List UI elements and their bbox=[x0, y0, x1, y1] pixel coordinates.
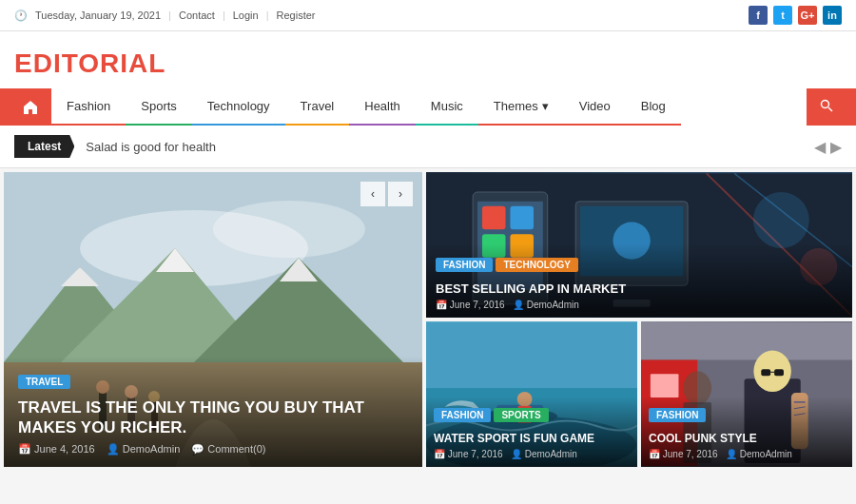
right-column: FASHION TECHNOLOGY BEST SELLING APP IN M… bbox=[426, 172, 852, 467]
nav-blog[interactable]: Blog bbox=[626, 88, 681, 126]
topbar: 🕐 Tuesday, January 19, 2021 | Contact | … bbox=[0, 0, 856, 31]
main-feature-card[interactable]: ‹ › TRAVEL TRAVEL IS THE ONLY THING YOU … bbox=[4, 172, 422, 467]
login-link[interactable]: Login bbox=[233, 10, 259, 21]
clock-icon: 🕐 bbox=[14, 10, 28, 22]
nav-fashion[interactable]: Fashion bbox=[51, 88, 126, 126]
top-right-card[interactable]: FASHION TECHNOLOGY BEST SELLING APP IN M… bbox=[426, 172, 852, 318]
main-card-overlay: TRAVEL TRAVEL IS THE ONLY THING YOU BUY … bbox=[4, 356, 422, 467]
bottom-cards-row: FASHION SPORTS WATER SPORT IS FUN GAME 📅… bbox=[426, 321, 852, 467]
social-links: f t G+ in bbox=[749, 6, 842, 25]
card-prev-btn[interactable]: ‹ bbox=[360, 182, 385, 206]
top-right-card-title: BEST SELLING APP IN MARKET bbox=[436, 281, 843, 296]
main-card-tags: TRAVEL bbox=[18, 375, 408, 395]
latest-prev[interactable]: ◀ bbox=[814, 138, 826, 156]
svg-rect-21 bbox=[482, 206, 506, 230]
svg-line-1 bbox=[828, 107, 832, 111]
navbar: Fashion Sports Technology Travel Health … bbox=[0, 88, 856, 126]
linkedin-icon[interactable]: in bbox=[823, 6, 842, 25]
top-right-tag-tech: TECHNOLOGY bbox=[496, 258, 578, 272]
top-right-card-meta: 📅 June 7, 2016 👤 DemoAdmin bbox=[436, 300, 843, 310]
latest-bar: Latest Salad is good for health ◀ ▶ bbox=[0, 126, 856, 168]
svg-point-45 bbox=[753, 351, 790, 392]
logo-part1: EDIT bbox=[14, 48, 78, 78]
main-card-comment: 💬 Comment(0) bbox=[191, 443, 265, 456]
bottom-right-card-meta: 📅 June 7, 2016 👤 DemoAdmin bbox=[649, 449, 845, 459]
logo-area: EDITORIAL bbox=[0, 31, 856, 88]
nav-health[interactable]: Health bbox=[349, 88, 416, 126]
logo-part2: ORIAL bbox=[78, 48, 165, 78]
latest-text: Salad is good for health bbox=[86, 140, 814, 154]
latest-navigation: ◀ ▶ bbox=[814, 138, 842, 156]
content-area: ‹ › TRAVEL TRAVEL IS THE ONLY THING YOU … bbox=[0, 168, 856, 471]
nav-sports[interactable]: Sports bbox=[126, 88, 192, 126]
main-card-author: 👤 DemoAdmin bbox=[107, 443, 181, 456]
bottom-right-tag-fashion: FASHION bbox=[649, 408, 706, 422]
svg-rect-39 bbox=[426, 322, 637, 388]
svg-rect-43 bbox=[651, 374, 679, 397]
main-card-date: 📅 June 4, 2016 bbox=[18, 443, 95, 456]
svg-point-4 bbox=[213, 201, 365, 258]
bottom-left-card-overlay: FASHION SPORTS WATER SPORT IS FUN GAME 📅… bbox=[426, 397, 637, 467]
svg-rect-46 bbox=[761, 369, 770, 376]
bottom-left-card-meta: 📅 June 7, 2016 👤 DemoAdmin bbox=[434, 449, 630, 459]
home-button[interactable] bbox=[10, 90, 51, 125]
twitter-icon[interactable]: t bbox=[773, 6, 792, 25]
bottom-left-tags: FASHION SPORTS bbox=[434, 408, 630, 428]
bottom-left-card-title: WATER SPORT IS FUN GAME bbox=[434, 432, 630, 445]
search-button[interactable] bbox=[807, 89, 846, 125]
card-next-btn[interactable]: › bbox=[388, 182, 413, 206]
topbar-date: Tuesday, January 19, 2021 bbox=[35, 10, 161, 21]
svg-rect-22 bbox=[510, 206, 534, 230]
register-link[interactable]: Register bbox=[277, 10, 316, 21]
nav-links: Fashion Sports Technology Travel Health … bbox=[51, 88, 807, 126]
top-right-card-overlay: FASHION TECHNOLOGY BEST SELLING APP IN M… bbox=[426, 243, 852, 318]
top-right-card-tags: FASHION TECHNOLOGY bbox=[436, 258, 843, 278]
bottom-left-tag-fashion: FASHION bbox=[434, 408, 491, 422]
card-nav-buttons: ‹ › bbox=[360, 182, 413, 206]
googleplus-icon[interactable]: G+ bbox=[798, 6, 817, 25]
topbar-left: 🕐 Tuesday, January 19, 2021 | Contact | … bbox=[14, 10, 315, 22]
main-card-meta: 📅 June 4, 2016 👤 DemoAdmin 💬 Comment(0) bbox=[18, 443, 408, 456]
nav-technology[interactable]: Technology bbox=[192, 88, 285, 126]
nav-themes[interactable]: Themes ▾ bbox=[478, 88, 564, 126]
logo[interactable]: EDITORIAL bbox=[14, 48, 842, 79]
facebook-icon[interactable]: f bbox=[749, 6, 768, 25]
nav-music[interactable]: Music bbox=[416, 88, 478, 126]
svg-point-31 bbox=[753, 192, 809, 248]
nav-video[interactable]: Video bbox=[564, 88, 626, 126]
bottom-left-card[interactable]: FASHION SPORTS WATER SPORT IS FUN GAME 📅… bbox=[426, 321, 637, 467]
latest-badge: Latest bbox=[14, 135, 74, 158]
main-card-tag: TRAVEL bbox=[18, 375, 70, 389]
chevron-down-icon: ▾ bbox=[542, 99, 549, 113]
main-card-title: TRAVEL IS THE ONLY THING YOU BUY THAT MA… bbox=[18, 398, 408, 437]
top-right-tag-fashion: FASHION bbox=[436, 258, 493, 272]
contact-link[interactable]: Contact bbox=[179, 10, 215, 21]
nav-travel[interactable]: Travel bbox=[285, 88, 350, 126]
bottom-left-tag-sports: SPORTS bbox=[494, 408, 548, 422]
bottom-right-card-overlay: FASHION COOL PUNK STYLE 📅 June 7, 2016 👤… bbox=[641, 397, 852, 467]
svg-point-0 bbox=[822, 101, 829, 108]
bottom-right-card-title: COOL PUNK STYLE bbox=[649, 432, 845, 445]
bottom-right-tags: FASHION bbox=[649, 408, 845, 428]
bottom-right-card[interactable]: FASHION COOL PUNK STYLE 📅 June 7, 2016 👤… bbox=[641, 321, 852, 467]
latest-next[interactable]: ▶ bbox=[830, 138, 842, 156]
svg-rect-47 bbox=[774, 369, 784, 376]
